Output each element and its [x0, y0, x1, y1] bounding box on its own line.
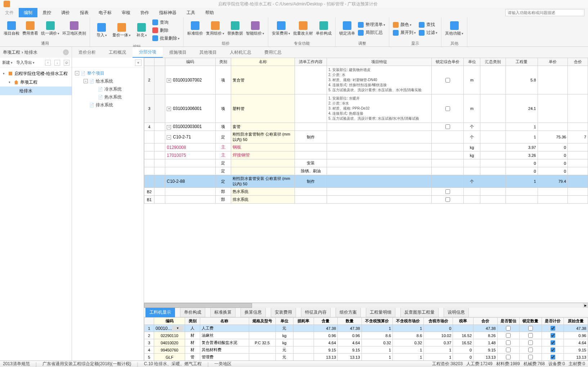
breadcrumb-back-icon[interactable]: ‹: [63, 49, 69, 55]
column-header[interactable]: 锁定数量: [520, 318, 542, 325]
table-row[interactable]: 4− 031002003001项套管个1: [144, 123, 588, 131]
cell[interactable]: 管理费: [200, 354, 249, 361]
cell[interactable]: [520, 354, 542, 361]
cell[interactable]: 16.52: [453, 339, 473, 346]
cell[interactable]: 除锈、刷油: [295, 167, 327, 175]
column-header[interactable]: 单位: [275, 318, 293, 325]
bottom-tab[interactable]: 安装费用: [271, 308, 296, 317]
ribbon-button[interactable]: 锁定清单: [339, 21, 355, 36]
cell[interactable]: [154, 66, 165, 94]
cell[interactable]: 定: [215, 159, 231, 167]
bottom-tab[interactable]: 说明信息: [444, 308, 469, 317]
cell[interactable]: 元: [275, 346, 293, 354]
cell[interactable]: [293, 332, 314, 339]
cell[interactable]: [327, 123, 432, 131]
ribbon-button[interactable]: 其他功能: [445, 21, 463, 36]
cell[interactable]: [165, 196, 215, 204]
column-header[interactable]: [154, 58, 165, 66]
cell[interactable]: 1: [506, 123, 538, 131]
table-row[interactable]: 5GLF管管理费元13.1313.13111013.1313.13: [144, 354, 588, 361]
menu-tab[interactable]: 指标神器: [154, 8, 181, 17]
nav-tree-item[interactable]: ▾单项工程: [0, 78, 72, 87]
table-row[interactable]: − C10-2-71定刚性防水套管制作 公称直径 (mm以内) 50制作个175…: [144, 131, 588, 143]
lock-checkbox[interactable]: [445, 78, 450, 83]
cell[interactable]: 元: [275, 354, 293, 361]
cell[interactable]: 0.96: [338, 332, 362, 339]
cell[interactable]: [464, 159, 480, 167]
column-header[interactable]: 类别: [215, 58, 231, 66]
menu-tab[interactable]: 电子标: [94, 8, 117, 17]
cell[interactable]: [568, 94, 588, 123]
cell[interactable]: 材: [185, 332, 200, 339]
structure-tree-item[interactable]: 冷水系统: [72, 85, 144, 93]
cell[interactable]: [497, 346, 520, 354]
cell[interactable]: 1: [392, 346, 423, 354]
cell[interactable]: 定: [215, 175, 231, 188]
bottom-tab[interactable]: 单价构成: [180, 308, 205, 317]
lock-checkbox[interactable]: [445, 124, 450, 129]
search-input[interactable]: [505, 9, 584, 16]
checkbox[interactable]: [551, 340, 555, 345]
cell[interactable]: 焊接钢管: [231, 151, 295, 159]
cell[interactable]: 个: [464, 131, 480, 143]
cell[interactable]: − C10-2-71: [165, 131, 215, 143]
menu-tab[interactable]: 工具: [181, 8, 200, 17]
cell[interactable]: 刚性防水套管制作 公称直径 (mm以内) 50: [231, 131, 295, 143]
column-header[interactable]: 工程量: [506, 58, 538, 66]
cell[interactable]: [538, 66, 568, 94]
cell[interactable]: 75.36: [538, 131, 568, 143]
cell[interactable]: 项: [215, 66, 231, 94]
column-header[interactable]: 含量: [314, 318, 338, 325]
cell[interactable]: [327, 159, 432, 167]
cell[interactable]: 3.97: [506, 143, 538, 151]
cell[interactable]: 排水系统: [231, 196, 295, 204]
cell[interactable]: 02290110: [154, 332, 185, 339]
cell[interactable]: 0.96: [564, 332, 588, 339]
cell[interactable]: 项: [215, 94, 231, 123]
cell[interactable]: GLF: [154, 354, 185, 361]
cell[interactable]: [327, 188, 432, 196]
cell[interactable]: 0: [538, 167, 568, 175]
ribbon-button[interactable]: 环卫地区类别: [62, 21, 86, 36]
cell[interactable]: [154, 196, 165, 204]
cell[interactable]: B2: [144, 188, 154, 196]
cell[interactable]: 1: [424, 346, 453, 354]
cell[interactable]: [144, 167, 154, 175]
column-header[interactable]: [144, 58, 154, 66]
h-scrollbar[interactable]: ◀ ▶: [144, 303, 588, 308]
column-header[interactable]: 数量: [338, 318, 362, 325]
cell[interactable]: 1: [362, 346, 392, 354]
table-row[interactable]: 17010075主焊接钢管kg3.260: [144, 151, 588, 159]
ribbon-button[interactable]: 查找: [419, 21, 437, 28]
column-header[interactable]: 汇总类别: [480, 58, 506, 66]
cell[interactable]: 13.13: [564, 354, 588, 361]
column-header[interactable]: 项目特征: [327, 58, 432, 66]
cell[interactable]: 4: [144, 123, 154, 131]
table-row[interactable]: 100010…▼人人工费元47.3847.3811047.3847.38: [144, 325, 588, 332]
bottom-tab[interactable]: 标准换算: [210, 308, 235, 317]
cell[interactable]: 0: [424, 325, 453, 332]
ribbon-button[interactable]: 费用查看: [22, 21, 38, 36]
cell[interactable]: [568, 159, 588, 167]
cell[interactable]: 个: [464, 175, 480, 188]
cell[interactable]: 13.13: [314, 354, 338, 361]
cell[interactable]: [154, 143, 165, 151]
cell[interactable]: 0: [506, 167, 538, 175]
column-header[interactable]: 合价: [568, 58, 588, 66]
menu-tab[interactable]: 审核: [117, 8, 135, 17]
table-row[interactable]: 202290110材油麻丝kg0.960.968.68.610.0216.528…: [144, 332, 588, 339]
bottom-tab[interactable]: 组价方案: [336, 308, 361, 317]
cell[interactable]: 塑料管: [231, 94, 295, 123]
cell[interactable]: 定: [215, 167, 231, 175]
cell[interactable]: 47.38: [564, 325, 588, 332]
column-header[interactable]: 损耗率: [293, 318, 314, 325]
cell[interactable]: C10-2-88: [165, 175, 215, 188]
cell[interactable]: 9.15: [314, 346, 338, 354]
cell[interactable]: 47.38: [473, 325, 498, 332]
bottom-tab[interactable]: 工料机显示: [145, 308, 175, 317]
table-row[interactable]: 定除锈、刷油00: [144, 167, 588, 175]
nav-tree-item[interactable]: 给排水: [0, 87, 72, 95]
cell[interactable]: 元: [275, 325, 293, 332]
cell[interactable]: [327, 143, 432, 151]
cell[interactable]: 油麻丝: [200, 332, 249, 339]
